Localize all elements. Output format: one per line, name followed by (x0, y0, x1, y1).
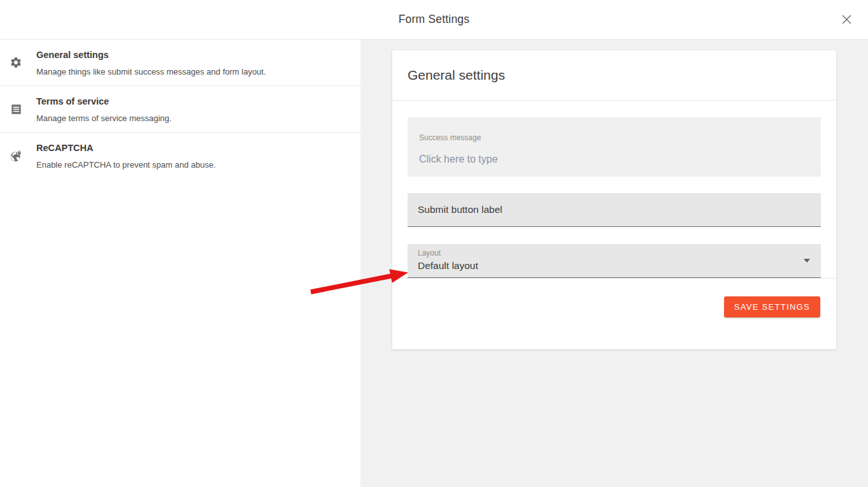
dialog-header: Form Settings (0, 0, 868, 40)
success-message-placeholder: Click here to type (419, 154, 809, 164)
card-body: Success message Click here to type Layou… (392, 101, 836, 278)
success-message-label: Success message (419, 134, 809, 142)
card-title: General settings (408, 68, 505, 83)
save-settings-button[interactable]: SAVE SETTINGS (724, 296, 820, 317)
success-message-field[interactable]: Success message Click here to type (408, 117, 821, 177)
nav-item-recaptcha[interactable]: ReCAPTCHA Enable reCAPTCHA to prevent sp… (0, 133, 360, 179)
nav-item-description: Manage terms of service messaging. (36, 113, 345, 124)
card-footer: SAVE SETTINGS (392, 278, 836, 333)
layout-selected-value: Default layout (418, 260, 811, 272)
dialog-title: Form Settings (399, 13, 470, 26)
nav-item-description: Manage things like submit success messag… (36, 67, 345, 77)
content-area: General settings Success message Click h… (360, 40, 868, 487)
gear-icon (10, 56, 22, 69)
submit-button-label-input[interactable] (418, 204, 811, 215)
nav-item-general-settings[interactable]: General settings Manage things like subm… (0, 40, 360, 86)
layout-select[interactable]: Layout Default layout (408, 244, 821, 278)
nav-item-description: Enable reCAPTCHA to prevent spam and abu… (36, 160, 345, 170)
nav-item-title: ReCAPTCHA (36, 142, 345, 154)
settings-nav: General settings Manage things like subm… (0, 40, 360, 487)
nav-item-terms-of-service[interactable]: Terms of service Manage terms of service… (0, 86, 360, 133)
receipt-icon (10, 103, 22, 115)
general-settings-card: General settings Success message Click h… (392, 50, 836, 349)
nav-item-title: General settings (36, 49, 345, 61)
globe-lock-icon (10, 150, 22, 163)
nav-item-title: Terms of service (36, 96, 345, 107)
submit-button-label-field[interactable] (408, 193, 821, 227)
close-icon (841, 14, 852, 25)
close-button[interactable] (837, 11, 855, 29)
dropdown-arrow-icon (804, 259, 810, 263)
layout-label: Layout (418, 249, 811, 258)
card-header: General settings (392, 50, 836, 101)
